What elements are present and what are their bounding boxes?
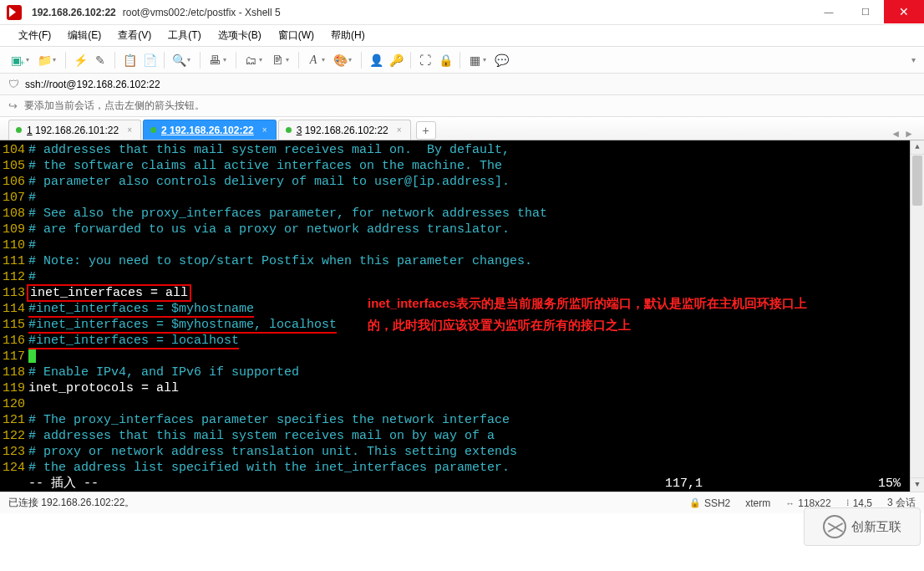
status-connection: 已连接 192.168.26.102:22。 [8,496,674,510]
menu-bar: 文件(F) 编辑(E) 查看(V) 工具(T) 选项卡(B) 窗口(W) 帮助(… [0,25,924,47]
tab-bar: 1 192.168.26.101:22 × 2 192.168.26.102:2… [0,117,924,140]
title-bar: 192.168.26.102:22root@vms002:/etc/postfi… [0,0,924,25]
terminal-line: 106# parameter also controls delivery of… [0,174,924,190]
key-icon: 🛡 [8,78,20,90]
terminal-line: 105# the software claims all active inte… [0,158,924,174]
close-button[interactable]: ✕ [884,0,924,23]
color-icon[interactable]: 🎨 [333,53,348,68]
scroll-up-icon[interactable]: ▲ [911,140,924,155]
menu-view[interactable]: 查看(V) [111,27,158,44]
scroll-down-icon[interactable]: ▼ [911,477,924,492]
session-tab-2[interactable]: 2 192.168.26.102:22 × [143,120,277,140]
disconnect-icon[interactable]: ✎ [93,53,108,68]
scrollbar-thumb[interactable] [912,155,922,206]
status-terminal-type: xterm [745,497,770,509]
session-tab-1[interactable]: 1 192.168.26.101:22 × [8,120,141,140]
terminal-line: 104# addresses that this mail system rec… [0,142,924,158]
find-icon[interactable]: 🔍 [171,53,186,68]
tab-close-icon[interactable]: × [262,125,267,135]
lock-icon[interactable]: 🔒 [438,53,453,68]
keys-icon[interactable]: 🔑 [388,53,404,68]
tab-add-button[interactable]: + [416,121,436,140]
menu-tabs[interactable]: 选项卡(B) [211,27,268,44]
menu-window[interactable]: 窗口(W) [272,27,321,44]
properties-icon[interactable]: 🖶 [207,53,222,68]
terminal-line: 123# proxy or network address translatio… [0,444,924,460]
script-icon[interactable]: 🖹 [270,53,285,68]
status-bar: 已连接 192.168.26.102:22。 🔒SSH2 xterm ↔118x… [0,492,924,513]
address-text: ssh://root@192.168.26.102:22 [25,79,160,90]
terminal-line: 107# [0,190,924,206]
terminal-line: 117 [0,349,924,365]
status-dot-icon [150,127,156,133]
terminal-line: 120 [0,396,924,412]
toolbar: ▣₊▾ 📁▾ ⚡ ✎ 📋 📄 🔍▾ 🖶▾ 🗂▾ 🖹▾ A▾ 🎨▾ 👤 🔑 ⛶ 🔒… [0,47,924,74]
tab-next-icon[interactable]: ► [904,128,914,140]
terminal-line: 121# The proxy_interfaces parameter spec… [0,412,924,428]
window-controls: — ☐ ✕ [810,0,924,24]
terminal-line: 124# the address list specified with the… [0,460,924,476]
tab-close-icon[interactable]: × [397,125,402,135]
menu-file[interactable]: 文件(F) [12,27,58,44]
tip-bar: ↪ 要添加当前会话，点击左侧的箭头按钮。 [0,95,924,117]
watermark-icon [823,515,846,538]
menu-tools[interactable]: 工具(T) [161,27,207,44]
status-protocol: 🔒SSH2 [689,497,730,509]
terminal-line: 110# [0,237,924,253]
tip-text: 要添加当前会话，点击左侧的箭头按钮。 [24,99,205,113]
watermark-text: 创新互联 [851,519,901,535]
terminal-line: 111# Note: you need to stop/start Postfi… [0,253,924,269]
app-logo-icon [7,5,22,20]
terminal-line: 119inet_protocols = all [0,380,924,396]
terminal-line: 118# Enable IPv4, and IPv6 if supported [0,365,924,380]
vi-status: -- 插入 --117,115% [0,476,924,492]
fullscreen-icon[interactable]: ⛶ [418,53,433,68]
paste-icon[interactable]: 📄 [142,53,157,68]
terminal-line: 112# [0,269,924,285]
lock-small-icon: 🔒 [689,497,701,508]
terminal-view[interactable]: inet_interfaces表示的是当前服务所监听的端口，默认是监听在主机回环… [0,140,924,492]
session-tab-3[interactable]: 3 192.168.26.102:22 × [278,120,411,140]
font-icon[interactable]: A [306,53,321,68]
address-bar[interactable]: 🛡 ssh://root@192.168.26.102:22 [0,74,924,95]
annotation-callout: inet_interfaces表示的是当前服务所监听的端口，默认是监听在主机回环… [368,293,902,336]
terminal-line: 109# are forwarded to us via a proxy or … [0,222,924,237]
transfer-icon[interactable]: 🗂 [243,53,258,68]
tab-scroll: ◄ ► [891,128,924,140]
minimize-button[interactable]: — [810,0,847,23]
watermark-logo: 创新互联 [804,507,921,546]
chat-icon[interactable]: 💬 [494,53,509,68]
tab-close-icon[interactable]: × [127,125,132,135]
menu-edit[interactable]: 编辑(E) [61,27,108,44]
terminal-line: 122# addresses that this mail system rec… [0,428,924,444]
window-title: 192.168.26.102:22root@vms002:/etc/postfi… [32,7,810,18]
terminal-line: 108# See also the proxy_interfaces param… [0,206,924,222]
tab-prev-icon[interactable]: ◄ [891,128,901,140]
menu-help[interactable]: 帮助(H) [324,27,372,44]
status-dot-icon [286,127,292,133]
status-dot-icon [16,127,22,133]
maximize-button[interactable]: ☐ [847,0,884,23]
terminal-scrollbar[interactable]: ▲ ▼ [910,140,924,492]
toolbar-overflow-icon[interactable]: ▾ [911,55,916,64]
layout-icon[interactable]: ▦ [467,53,482,68]
users-icon[interactable]: 👤 [368,53,383,68]
copy-icon[interactable]: 📋 [122,53,137,68]
reconnect-icon[interactable]: ⚡ [73,53,88,68]
open-icon[interactable]: 📁 [37,53,52,68]
tip-arrow-icon[interactable]: ↪ [8,99,18,112]
